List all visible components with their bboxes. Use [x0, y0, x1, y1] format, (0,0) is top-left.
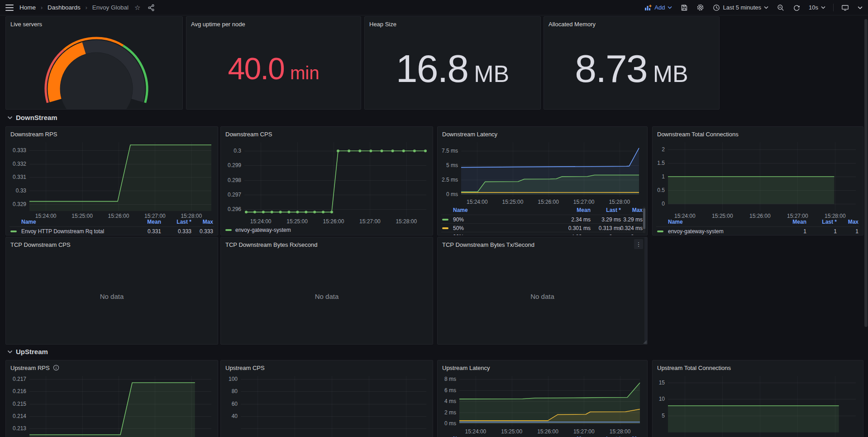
- chevron-down-icon: [668, 6, 672, 9]
- legend-header-col[interactable]: Max: [606, 207, 643, 213]
- no-data-message: No data: [221, 248, 433, 344]
- legend-value: 8 ms: [606, 234, 643, 235]
- panel-resize-handle[interactable]: [643, 340, 647, 344]
- chevron-down-icon: [858, 6, 863, 10]
- y-tick-label: 10: [653, 396, 665, 402]
- panel-avg-uptime: Avg uptime per node 40.0 min: [186, 16, 361, 110]
- stat-value: 8.73: [575, 46, 647, 91]
- y-tick-label: 4 ms: [438, 398, 456, 404]
- panel-title[interactable]: TCP Downstream CPS: [6, 240, 218, 250]
- chart-canvas: [244, 142, 426, 216]
- panel-title[interactable]: Heap Size: [365, 19, 540, 29]
- legend-swatch: [10, 231, 17, 232]
- dashboard-settings-button[interactable]: [696, 3, 705, 12]
- y-tick-label: 0.216: [6, 388, 26, 394]
- y-tick-label: 0.215: [6, 401, 26, 407]
- panel-title[interactable]: Live servers: [6, 19, 182, 29]
- panel-upstream-rps: Upstream RPS 15:24:0015:25:0015:26:0015:…: [5, 360, 218, 437]
- legend-swatch: [442, 227, 448, 229]
- panel-title[interactable]: Upstream Total Connections: [653, 363, 863, 373]
- toolbar-divider: [833, 4, 834, 11]
- downstream-total-connections-chart: 15:24:0015:25:0015:26:0015:27:0015:28:00…: [653, 127, 863, 235]
- panel-title[interactable]: Upstream CPS: [221, 363, 433, 373]
- panel-title[interactable]: Allocated Memory: [544, 19, 719, 29]
- y-tick-label: 40: [221, 413, 238, 419]
- stat-unit: MB: [474, 60, 509, 87]
- save-dashboard-button[interactable]: [680, 3, 689, 12]
- panel-title[interactable]: Upstream Latency: [438, 363, 647, 373]
- y-tick-label: 0.331: [6, 174, 26, 180]
- legend-row[interactable]: 99%4.89 ms8 ms8 ms: [441, 232, 644, 235]
- downstream-rps-chart: 15:24:0015:25:0015:26:0015:27:0015:28:00…: [6, 127, 218, 235]
- legend-label: envoy-gateway-system: [668, 228, 724, 235]
- legend-item[interactable]: envoy-gateway-system: [225, 226, 291, 234]
- y-tick-label: 6 ms: [438, 387, 456, 394]
- legend-label: envoy-gateway-system: [235, 227, 291, 233]
- panel-title[interactable]: TCP Downstream Bytes Rx/second: [221, 240, 433, 250]
- legend-header-name[interactable]: Name: [668, 219, 683, 225]
- section-upstream[interactable]: UpStream: [7, 348, 48, 355]
- x-tick-label: 15:27:00: [565, 199, 603, 205]
- kiosk-mode-button[interactable]: [840, 3, 850, 12]
- panel-title[interactable]: Downstream Latency: [438, 129, 647, 139]
- breadcrumb-home[interactable]: Home: [19, 4, 36, 11]
- menu-toggle-button[interactable]: [5, 3, 14, 12]
- legend-scrollbar-thumb[interactable]: [643, 208, 645, 229]
- stat-value-area: 16.8 MB: [365, 28, 540, 109]
- y-tick-label: 0.3: [221, 148, 241, 154]
- legend-value: 0.333: [177, 228, 213, 235]
- panel-title[interactable]: Downstream RPS: [6, 129, 218, 139]
- panel-menu-kebab-icon[interactable]: ⋮: [634, 239, 643, 249]
- panel-title[interactable]: Downstream CPS: [221, 129, 433, 139]
- y-tick-label: 100: [221, 376, 238, 382]
- refresh-icon: [793, 4, 800, 11]
- legend-header-col[interactable]: Max: [822, 219, 858, 225]
- x-tick-label: 15:26:00: [529, 428, 567, 435]
- refresh-button[interactable]: [792, 3, 801, 12]
- panel-downstream-total-connections: Downstream Total Connections 15:24:0015:…: [652, 126, 863, 235]
- legend-header-name[interactable]: Name: [21, 219, 36, 225]
- legend-swatch: [442, 219, 448, 221]
- panel-upstream-total-connections: Upstream Total Connections 15:24:0015:25…: [652, 360, 863, 437]
- legend-row[interactable]: Envoy HTTP Downstream Rq total0.3310.333…: [10, 226, 214, 235]
- legend-row[interactable]: 90%2.34 ms3.29 ms3.29 ms: [441, 215, 644, 223]
- toolbar-collapse-button[interactable]: [857, 5, 863, 10]
- time-range-picker[interactable]: Last 5 minutes: [712, 3, 769, 12]
- y-tick-label: 2.5 ms: [438, 177, 458, 183]
- panel-tcp-downstream-cps: TCP Downstream CPS No data: [5, 237, 218, 345]
- panel-title[interactable]: TCP Downstream Bytes Tx/Second: [438, 240, 647, 250]
- y-tick-label: 0.298: [221, 177, 241, 183]
- legend-header-col[interactable]: Max: [177, 219, 213, 225]
- panel-title[interactable]: Upstream RPS: [6, 363, 218, 373]
- y-tick-label: 0.332: [6, 161, 26, 167]
- panel-title[interactable]: Downstream Total Connections: [653, 129, 863, 139]
- legend-row[interactable]: 50%0.301 ms0.313 ms0.324 ms: [441, 223, 644, 232]
- chevron-down-icon: [821, 6, 825, 9]
- breadcrumb-dashboards[interactable]: Dashboards: [48, 4, 81, 11]
- no-data-message: No data: [438, 248, 647, 344]
- refresh-interval-dropdown[interactable]: 10s: [808, 3, 826, 12]
- panel-title[interactable]: Avg uptime per node: [186, 19, 361, 29]
- breadcrumb-separator-icon: ›: [41, 5, 43, 11]
- zoom-out-button[interactable]: [776, 3, 785, 12]
- panel-heap-size: Heap Size 16.8 MB: [364, 16, 541, 110]
- legend-scrollbar[interactable]: [643, 206, 645, 233]
- section-downstream[interactable]: DownStream: [7, 114, 57, 121]
- legend-header: NameMeanLast *Max: [441, 434, 644, 437]
- y-tick-label: 5 ms: [438, 162, 458, 168]
- y-tick-label: 0.296: [221, 206, 241, 212]
- legend-header-name[interactable]: Name: [453, 207, 468, 213]
- legend-row[interactable]: envoy-gateway-system111: [656, 226, 859, 235]
- y-tick-label: 2: [653, 146, 665, 153]
- share-icon[interactable]: [147, 3, 156, 12]
- legend-label: 99%: [453, 234, 464, 235]
- y-tick-label: 2 ms: [438, 409, 456, 416]
- panel-scrollbar[interactable]: [644, 237, 647, 344]
- x-tick-label: 15:26:00: [529, 199, 568, 205]
- page-scrollbar[interactable]: [864, 19, 868, 327]
- favorite-star-icon[interactable]: ☆: [134, 3, 141, 12]
- add-panel-button[interactable]: Add: [644, 3, 673, 12]
- y-tick-label: 0.214: [6, 413, 26, 419]
- clock-icon: [713, 4, 720, 11]
- chart-canvas: [668, 142, 856, 211]
